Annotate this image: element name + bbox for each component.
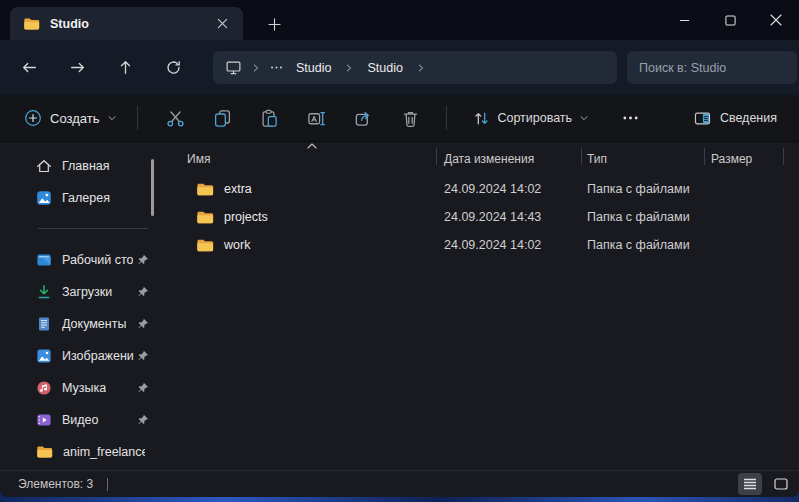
plus-circle-icon [24,109,42,127]
new-tab-button[interactable] [262,12,286,36]
breadcrumb-item[interactable]: Studio [292,59,335,77]
chevron-right-icon[interactable] [251,63,261,73]
file-row-projects[interactable]: projects 24.09.2024 14:43 Папка с файлам… [160,203,799,231]
forward-arrow-icon [69,59,86,76]
sidebar-item-label: anim_freelance_ [63,445,145,459]
sidebar-item-music[interactable]: Музыка [0,372,160,404]
more-options-button[interactable] [617,106,643,130]
status-divider [107,478,108,491]
file-rows: extra 24.09.2024 14:02 Папка с файлами p… [160,175,799,259]
desktop-background: Studio [0,0,799,502]
pictures-icon [36,348,52,364]
details-pane-label: Сведения [720,111,777,125]
toolbar-divider [446,106,447,130]
gallery-icon [36,190,52,206]
this-pc-monitor-icon[interactable] [225,59,242,76]
refresh-button[interactable] [164,59,182,77]
sidebar-item-label: Изображени [62,349,134,363]
plus-icon [268,18,281,31]
details-view-button[interactable] [738,473,762,495]
pin-icon [137,286,149,298]
chevron-right-icon[interactable] [344,63,354,73]
refresh-icon [165,59,182,76]
sidebar-item-label: Музыка [62,381,106,395]
sort-arrows-icon [473,110,490,127]
minimize-button[interactable] [661,0,707,40]
sidebar-item-label: Документы [62,317,126,331]
rename-cursor-icon [307,109,326,128]
file-row-work[interactable]: work 24.09.2024 14:02 Папка с файлами [160,231,799,259]
sidebar-item-gallery[interactable]: Галерея [0,182,160,214]
details-pane-button[interactable]: Сведения [689,105,781,132]
file-type-cell: Папка с файлами [581,238,704,252]
sidebar-item-videos[interactable]: Видео [0,404,160,436]
address-bar[interactable]: Studio Studio [213,51,617,84]
file-date-cell: 24.09.2024 14:02 [436,182,581,196]
column-header-type[interactable]: Тип [582,143,704,169]
pin-icon [137,318,149,330]
new-button[interactable]: Создать [18,104,123,132]
folder-icon [196,238,214,253]
more-ellipsis-icon [622,115,639,121]
back-button[interactable] [20,59,38,77]
sidebar-item-desktop[interactable]: Рабочий сто [0,244,160,276]
folder-icon [196,210,214,225]
sort-button[interactable]: Сортировать [469,105,593,132]
folder-icon [36,445,53,459]
forward-button[interactable] [68,59,86,77]
videos-icon [36,412,52,428]
desktop-icon [36,252,52,268]
copy-button[interactable] [212,108,232,128]
items-count: Элементов: 3 [18,477,93,491]
column-header-size[interactable]: Размер [705,143,783,169]
sidebar-divider [0,214,160,244]
cut-button[interactable] [165,108,185,128]
up-button[interactable] [116,59,134,77]
breadcrumb-item[interactable]: Studio [363,59,406,77]
sidebar-item-anim-freelance[interactable]: anim_freelance_ [0,436,160,468]
chevron-right-icon[interactable] [416,63,426,73]
home-icon [36,158,52,174]
sort-button-label: Сортировать [497,111,572,125]
close-icon [217,18,228,29]
column-headers: Имя Дата изменения Тип Размер [160,143,799,169]
folder-icon [23,17,40,31]
file-list-pane: Имя Дата изменения Тип Размер extra 24.0… [160,143,799,470]
sidebar-item-label: Рабочий сто [62,253,133,267]
title-bar: Studio [0,0,799,40]
sidebar-item-home[interactable]: Главная [0,150,160,182]
paste-button[interactable] [259,108,279,128]
status-bar: Элементов: 3 [0,470,799,497]
thumbnails-view-button[interactable] [769,473,793,495]
maximize-button[interactable] [707,0,753,40]
sidebar-scrollbar[interactable] [151,159,154,216]
file-name-cell: projects [160,210,436,225]
column-divider[interactable] [783,148,784,165]
sidebar-item-documents[interactable]: Документы [0,308,160,340]
delete-trash-icon [401,109,420,128]
column-header-name[interactable]: Имя [160,143,436,169]
up-arrow-icon [117,59,134,76]
sidebar-item-downloads[interactable]: Загрузки [0,276,160,308]
tab-close-button[interactable] [211,13,233,35]
share-button[interactable] [353,108,373,128]
breadcrumb-overflow-button[interactable] [270,65,283,70]
navigation-bar: Studio Studio [0,40,799,95]
sidebar-item-label: Главная [62,159,110,173]
delete-button[interactable] [400,108,420,128]
file-name-cell: work [160,238,436,253]
details-view-icon [743,478,757,490]
pin-icon [137,414,149,426]
tab-title: Studio [50,17,89,31]
cut-scissors-icon [166,109,185,128]
file-row-extra[interactable]: extra 24.09.2024 14:02 Папка с файлами [160,175,799,203]
file-name-cell: extra [160,182,436,197]
close-window-button[interactable] [753,0,799,40]
sidebar-item-pictures[interactable]: Изображени [0,340,160,372]
column-header-date-modified[interactable]: Дата изменения [437,143,581,169]
view-toggle-group [738,473,793,495]
explorer-tab[interactable]: Studio [10,7,243,40]
rename-button[interactable] [306,108,326,128]
search-input[interactable] [639,61,785,75]
downloads-icon [36,284,52,300]
